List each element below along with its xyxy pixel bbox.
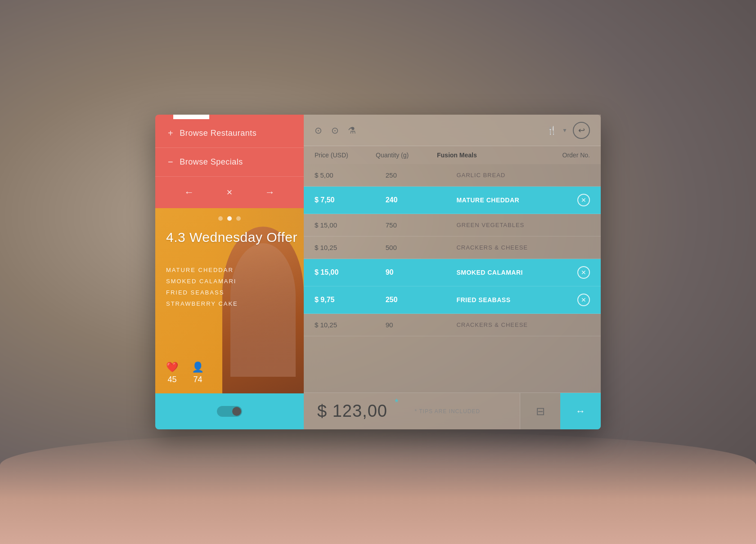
bottom-bar: $ 123,00 * * TIPS ARE INCLUDED ⊟ ↔ [304, 392, 601, 429]
dot-3[interactable] [236, 216, 241, 221]
cell-price: $ 9,75 [315, 296, 386, 304]
dot-2[interactable] [227, 216, 232, 221]
col-price: Price (USD) [315, 152, 376, 159]
col-quantity: Quantity (g) [376, 152, 437, 159]
total-amount: $ 123,00 [317, 401, 387, 421]
nav-forward-button[interactable]: → [265, 187, 275, 198]
offer-items-list: MATURE CHEDDAR SMOKED CALAMARI FRIED SEA… [166, 267, 238, 312]
hands-background [0, 432, 756, 544]
cell-qty: 250 [386, 171, 457, 179]
fork-knife-icon[interactable]: 🍴 [547, 125, 557, 135]
table-row: $ 10,25 500 CRACKERS & CHEESE [304, 236, 601, 259]
export-icon: ⊟ [536, 405, 545, 418]
download-icon[interactable]: ⊙ [315, 125, 322, 136]
browse-specials-item[interactable]: − Browse Specials [155, 148, 304, 177]
table-row: $ 7,50 240 MATURE CHEDDAR ✕ [304, 187, 601, 214]
export-button[interactable]: ⊟ [520, 393, 560, 429]
left-panel: + Browse Restaurants − Browse Specials ←… [155, 115, 304, 429]
attendees-stat: 👤 74 [192, 361, 204, 384]
cyan-section [155, 393, 304, 429]
likes-value: 45 [167, 375, 176, 384]
tips-note: * TIPS ARE INCLUDED [414, 408, 480, 415]
column-headers: Price (USD) Quantity (g) Fusion Meals Or… [304, 146, 601, 164]
dropdown-arrow-icon[interactable]: ▼ [562, 127, 567, 134]
cell-price: $ 10,25 [315, 244, 386, 251]
cell-price: $ 15,00 [315, 268, 386, 276]
clock-icon[interactable]: ⊙ [331, 125, 339, 136]
table-row: $ 9,75 250 FRIED SEABASS ✕ [304, 286, 601, 314]
flask-icon[interactable]: ⚗ [348, 125, 356, 136]
cell-qty: 250 [386, 296, 457, 304]
attendees-value: 74 [193, 375, 202, 384]
toggle-thumb [232, 407, 241, 416]
offer-item-2: SMOKED CALAMARI [166, 278, 238, 285]
cell-name: CRACKERS & CHEESE [456, 244, 563, 251]
table-row: $ 5,00 250 GARLIC BREAD [304, 164, 601, 187]
col-order: Order No. [529, 152, 590, 159]
cell-qty: 90 [386, 268, 457, 276]
back-button[interactable]: ↩ [573, 122, 590, 139]
yellow-section: 4.3 Wednesday Offer MATURE CHEDDAR SMOKE… [155, 208, 304, 393]
offer-title: 4.3 Wednesday Offer [166, 230, 297, 245]
cell-name: CRACKERS & CHEESE [456, 321, 563, 328]
total-section: $ 123,00 * * TIPS ARE INCLUDED [304, 393, 520, 429]
table-body: $ 5,00 250 GARLIC BREAD $ 7,50 240 MATUR… [304, 164, 601, 392]
red-section: + Browse Restaurants − Browse Specials ←… [155, 115, 304, 208]
app-container: + Browse Restaurants − Browse Specials ←… [155, 115, 601, 429]
cell-qty: 240 [386, 196, 457, 204]
cell-qty: 500 [386, 244, 457, 251]
toolbar: ⊙ ⊙ ⚗ 🍴 ▼ ↩ [304, 115, 601, 146]
likes-stat: ❤️ 45 [166, 361, 178, 384]
action-button[interactable]: ↔ [560, 393, 601, 429]
cell-name: FRIED SEABASS [456, 296, 563, 303]
nav-arrows: ← × → [155, 177, 304, 208]
cell-name: GARLIC BREAD [456, 172, 563, 178]
cell-qty: 750 [386, 221, 457, 229]
cell-qty: 90 [386, 321, 457, 329]
toggle-switch[interactable] [217, 406, 242, 417]
offer-item-4: STRAWBERRY CAKE [166, 300, 238, 307]
remove-item-button[interactable]: ✕ [577, 266, 590, 279]
table-row: $ 10,25 90 CRACKERS & CHEESE [304, 314, 601, 336]
browse-restaurants-label: Browse Restaurants [180, 129, 256, 138]
cell-price: $ 15,00 [315, 221, 386, 229]
toolbar-icons: ⊙ ⊙ ⚗ [315, 125, 356, 136]
nav-back-button[interactable]: ← [184, 187, 194, 198]
cell-price: $ 10,25 [315, 321, 386, 329]
table-row: $ 15,00 90 SMOKED CALAMARI ✕ [304, 259, 601, 286]
col-name: Fusion Meals [437, 152, 529, 159]
minus-icon: − [168, 157, 173, 167]
remove-item-button[interactable]: ✕ [577, 294, 590, 306]
cell-name: SMOKED CALAMARI [456, 269, 563, 276]
dot-1[interactable] [218, 216, 223, 221]
nav-close-button[interactable]: × [227, 187, 233, 198]
cell-price: $ 5,00 [315, 171, 386, 179]
heart-icon: ❤️ [166, 361, 178, 373]
browse-specials-label: Browse Specials [180, 157, 243, 167]
pagination-dots [155, 216, 304, 221]
logo-tab[interactable] [173, 115, 209, 119]
browse-restaurants-item[interactable]: + Browse Restaurants [155, 115, 304, 148]
table-row: $ 15,00 750 GREEN VEGETABLES [304, 214, 601, 236]
cell-name: GREEN VEGETABLES [456, 222, 563, 228]
plus-icon: + [168, 128, 173, 138]
cell-name: MATURE CHEDDAR [456, 196, 563, 204]
remove-item-button[interactable]: ✕ [577, 194, 590, 206]
asterisk-mark: * [395, 397, 399, 408]
offer-item-3: FRIED SEABASS [166, 289, 238, 296]
person-icon: 👤 [192, 361, 204, 373]
offer-item-1: MATURE CHEDDAR [166, 267, 238, 273]
toolbar-right: 🍴 ▼ ↩ [547, 122, 590, 139]
right-panel: ⊙ ⊙ ⚗ 🍴 ▼ ↩ Price (USD) Quantity (g) Fus… [304, 115, 601, 429]
resize-icon: ↔ [576, 406, 585, 417]
cell-price: $ 7,50 [315, 196, 386, 204]
stats-row: ❤️ 45 👤 74 [166, 361, 204, 384]
